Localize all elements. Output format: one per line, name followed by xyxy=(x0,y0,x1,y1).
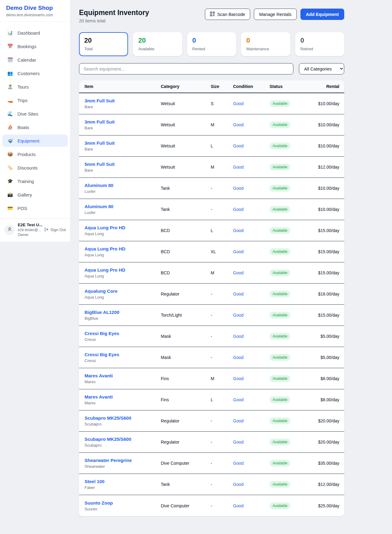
add-equipment-button[interactable]: Add Equipment xyxy=(300,9,344,20)
sidebar-item-gallery[interactable]: 📸 Gallery xyxy=(2,189,68,201)
sidebar-item-dive-sites[interactable]: 🌊 Dive Sites xyxy=(2,108,68,120)
island-icon: 🏝️ xyxy=(7,84,13,90)
size-cell: - xyxy=(211,503,233,508)
item-name-link[interactable]: 3mm Full Suit xyxy=(85,119,161,124)
status-badge: Available xyxy=(270,248,290,255)
scan-barcode-button[interactable]: Scan Barcode xyxy=(205,9,250,20)
rental-cell: $10.00/day xyxy=(313,122,339,127)
condition-link[interactable]: Good xyxy=(233,228,243,233)
item-name-link[interactable]: Cressi Big Eyes xyxy=(85,352,161,357)
page-title-block: Equipment Inventory 20 items total xyxy=(79,9,149,23)
item-brand: BigBlue xyxy=(85,316,161,321)
item-name-link[interactable]: Cressi Big Eyes xyxy=(85,331,161,336)
condition-link[interactable]: Good xyxy=(233,397,243,402)
item-name-link[interactable]: 3mm Full Suit xyxy=(85,98,161,103)
sidebar-item-label: Training xyxy=(17,179,34,184)
condition-link[interactable]: Good xyxy=(233,101,243,106)
condition-link[interactable]: Good xyxy=(233,376,243,381)
item-cell: Aqua Lung Pro HD Aqua Lung xyxy=(85,267,161,278)
item-name-link[interactable]: Mares Avanti xyxy=(85,373,161,378)
sidebar-item-dashboard[interactable]: 📊 Dashboard xyxy=(2,27,68,39)
item-name-link[interactable]: Aluminum 80 xyxy=(85,183,161,188)
sidebar-item-bookings[interactable]: 📅 Bookings xyxy=(2,40,68,52)
item-name-link[interactable]: Suunto Zoop xyxy=(85,500,161,505)
condition-link[interactable]: Good xyxy=(233,165,243,170)
condition-link[interactable]: Good xyxy=(233,440,243,444)
sidebar-item-products[interactable]: 📦 Products xyxy=(2,148,68,160)
condition-link[interactable]: Good xyxy=(233,334,243,339)
condition-link[interactable]: Good xyxy=(233,270,243,275)
item-name-link[interactable]: BigBlue AL1200 xyxy=(85,310,161,315)
brand-title[interactable]: Demo Dive Shop xyxy=(6,5,64,11)
stat-card-total[interactable]: 20 Total xyxy=(79,32,128,56)
wave-icon: 🌊 xyxy=(7,111,13,116)
condition-cell: Good xyxy=(233,312,270,318)
condition-link[interactable]: Good xyxy=(233,418,243,423)
rental-cell: $20.00/day xyxy=(313,440,339,444)
sidebar-item-training[interactable]: 🎓 Training xyxy=(2,175,68,187)
sign-out-button[interactable]: Sign Out xyxy=(44,227,66,233)
sidebar-item-calendar[interactable]: 🗓️ Calendar xyxy=(2,54,68,66)
brand-block: Demo Dive Shop demo.test.divestreams.com xyxy=(0,0,70,22)
item-name-link[interactable]: Aqualung Core xyxy=(85,288,161,294)
item-cell: Aqua Lung Pro HD Aqua Lung xyxy=(85,225,161,236)
category-cell: Fins xyxy=(161,397,211,402)
size-cell: - xyxy=(211,418,233,423)
status-badge: Available xyxy=(270,354,290,361)
table-row: Aluminum 80 Luxfer Tank - Good Available… xyxy=(79,178,344,199)
stat-card-available[interactable]: 20 Available xyxy=(133,32,182,56)
status-badge: Available xyxy=(270,164,290,170)
condition-link[interactable]: Good xyxy=(233,355,243,360)
stat-label: Retired xyxy=(300,47,339,51)
item-name-link[interactable]: Scubapro MK25/S600 xyxy=(85,415,161,421)
sidebar-item-customers[interactable]: 👥 Customers xyxy=(2,67,68,79)
manage-rentals-button[interactable]: Manage Rentals xyxy=(254,9,297,20)
item-name-link[interactable]: 5mm Full Suit xyxy=(85,162,161,167)
condition-link[interactable]: Good xyxy=(233,461,243,466)
sidebar-item-discounts[interactable]: 🏷️ Discounts xyxy=(2,162,68,174)
status-badge: Available xyxy=(270,291,290,297)
item-name-link[interactable]: Mares Avanti xyxy=(85,394,161,399)
item-name-link[interactable]: Aluminum 80 xyxy=(85,204,161,209)
item-name-link[interactable]: 3mm Full Suit xyxy=(85,140,161,146)
sidebar-item-boats[interactable]: ⛵ Boats xyxy=(2,121,68,133)
condition-cell: Good xyxy=(233,101,270,106)
item-name-link[interactable]: Scubapro MK25/S600 xyxy=(85,437,161,442)
condition-link[interactable]: Good xyxy=(233,292,243,296)
bar-chart-icon: 📊 xyxy=(7,30,13,36)
condition-link[interactable]: Good xyxy=(233,207,243,212)
item-name-link[interactable]: Aqua Lung Pro HD xyxy=(85,267,161,273)
status-cell: Available xyxy=(270,481,313,488)
condition-link[interactable]: Good xyxy=(233,143,243,148)
condition-link[interactable]: Good xyxy=(233,503,243,508)
stat-card-maintenance[interactable]: 0 Maintenance xyxy=(241,32,290,56)
sidebar-item-pos[interactable]: 💳 POS xyxy=(2,202,68,214)
condition-cell: Good xyxy=(233,164,270,170)
category-cell: BCD xyxy=(161,228,211,233)
search-input[interactable] xyxy=(79,63,293,74)
condition-link[interactable]: Good xyxy=(233,482,243,487)
size-cell: - xyxy=(211,292,233,296)
item-brand: Suunto xyxy=(85,507,161,511)
sidebar-item-tours[interactable]: 🏝️ Tours xyxy=(2,81,68,93)
sidebar-item-label: Dashboard xyxy=(17,30,40,36)
item-name-link[interactable]: Aqua Lung Pro HD xyxy=(85,246,161,251)
condition-link[interactable]: Good xyxy=(233,122,243,127)
sidebar-item-equipment[interactable]: 🤿 Equipment xyxy=(2,135,68,147)
column-header-size: Size xyxy=(211,84,233,89)
stat-card-rented[interactable]: 0 Rented xyxy=(187,32,236,56)
category-select[interactable]: All Categories xyxy=(299,63,344,74)
condition-cell: Good xyxy=(233,418,270,424)
user-meta: E2E Test U... e2e-tester@... Owner xyxy=(18,223,41,237)
table-header-row: Item Category Size Condition Status Rent… xyxy=(79,80,344,93)
credit-card-icon: 💳 xyxy=(7,205,13,211)
sidebar-item-trips[interactable]: 🚤 Trips xyxy=(2,94,68,106)
condition-link[interactable]: Good xyxy=(233,313,243,318)
item-name-link[interactable]: Shearwater Peregrine xyxy=(85,458,161,463)
item-name-link[interactable]: Aqua Lung Pro HD xyxy=(85,225,161,230)
item-name-link[interactable]: Steel 100 xyxy=(85,479,161,484)
stat-card-retired[interactable]: 0 Retired xyxy=(295,32,344,56)
condition-link[interactable]: Good xyxy=(233,186,243,191)
size-cell: L xyxy=(211,228,233,233)
condition-link[interactable]: Good xyxy=(233,249,243,254)
